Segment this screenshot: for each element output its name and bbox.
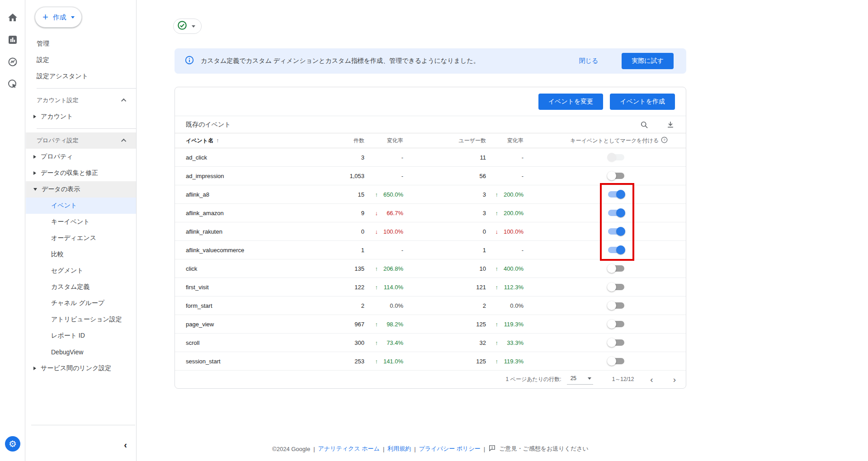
sidebar-item-account[interactable]: アカウント bbox=[26, 108, 136, 125]
event-name: form_start bbox=[186, 302, 337, 309]
sidebar-item-data-display[interactable]: データの表示 bbox=[26, 181, 136, 198]
app-rail: ⚙ bbox=[0, 0, 25, 461]
event-users: 0 bbox=[403, 228, 486, 235]
key-event-toggle[interactable] bbox=[608, 228, 624, 235]
plus-icon: + bbox=[42, 12, 48, 22]
search-icon[interactable] bbox=[640, 120, 649, 129]
event-name: scroll bbox=[186, 339, 337, 346]
chevron-collapsed-icon bbox=[33, 155, 36, 159]
table-title: 既存のイベント bbox=[186, 121, 231, 129]
event-users-change: - bbox=[486, 173, 524, 179]
sidebar-top-items: 管理設定設定アシスタント bbox=[26, 36, 136, 85]
sidebar-item-segments[interactable]: セグメント bbox=[26, 263, 136, 279]
sidebar-item-reporting-id[interactable]: レポート ID bbox=[26, 328, 136, 344]
column-users[interactable]: ユーザー数 bbox=[403, 137, 486, 145]
table-row: aflink_valuecommerce1-1- bbox=[175, 241, 686, 259]
explore-icon[interactable] bbox=[3, 51, 23, 73]
create-button[interactable]: + 作成 bbox=[35, 7, 82, 28]
column-event-name[interactable]: イベント名 ↑ bbox=[186, 137, 337, 145]
sidebar-item-property[interactable]: プロパティ bbox=[26, 149, 136, 165]
sidebar-item-comparisons[interactable]: 比較 bbox=[26, 246, 136, 263]
key-event-toggle[interactable] bbox=[608, 339, 624, 346]
column-count[interactable]: 件数 bbox=[337, 137, 364, 145]
reports-icon[interactable] bbox=[3, 28, 23, 51]
sidebar-item-setup-assistant[interactable]: 設定アシスタント bbox=[26, 68, 136, 85]
feedback-link[interactable]: ご意見・ご感想をお送りください bbox=[488, 444, 589, 453]
table-row: click135↑206.8%10↑400.0% bbox=[175, 259, 686, 278]
admin-gear-icon[interactable]: ⚙ bbox=[5, 436, 20, 452]
key-event-toggle[interactable] bbox=[608, 358, 624, 364]
sidebar-item-data-collection[interactable]: データの収集と修正 bbox=[26, 165, 136, 181]
events-card: イベントを変更 イベントを作成 既存のイベント イベント名 ↑ 件数 変化率 ユ… bbox=[175, 87, 686, 389]
key-event-toggle[interactable] bbox=[608, 173, 624, 179]
account-settings-header[interactable]: アカウント設定 bbox=[26, 92, 136, 108]
key-event-toggle[interactable] bbox=[608, 191, 624, 198]
rows-per-page-select[interactable]: 25 bbox=[567, 374, 593, 385]
event-users-change: ↑200.0% bbox=[486, 191, 524, 198]
collapse-sidebar-icon[interactable]: ‹ bbox=[124, 440, 127, 449]
advertising-icon[interactable] bbox=[3, 73, 23, 95]
key-event-toggle[interactable] bbox=[608, 284, 624, 290]
privacy-link[interactable]: プライバシー ポリシー bbox=[419, 445, 481, 453]
sidebar-item-label: サービス間のリンク設定 bbox=[41, 364, 111, 372]
key-event-toggle[interactable] bbox=[608, 247, 624, 253]
sidebar-item-label: アカウント bbox=[41, 113, 73, 121]
banner-dismiss-button[interactable]: 閉じる bbox=[579, 57, 599, 65]
divider bbox=[37, 128, 136, 129]
banner-cta-button[interactable]: 実際に試す bbox=[622, 53, 674, 69]
next-page-icon[interactable]: › bbox=[673, 375, 676, 384]
data-display-children: イベントキーイベントオーディエンス比較セグメントカスタム定義チャネル グループア… bbox=[26, 198, 136, 360]
modify-event-button[interactable]: イベントを変更 bbox=[538, 94, 604, 110]
key-event-toggle bbox=[608, 154, 624, 160]
column-users-change[interactable]: 変化率 bbox=[486, 137, 524, 145]
event-count: 1,053 bbox=[337, 173, 364, 179]
table-row: first_visit122↑114.0%121↑112.3% bbox=[175, 278, 686, 296]
property-settings-header[interactable]: プロパティ設定 bbox=[26, 132, 136, 149]
download-icon[interactable] bbox=[666, 120, 675, 129]
sort-ascending-icon: ↑ bbox=[216, 137, 219, 144]
events-toolbar: イベントを変更 イベントを作成 bbox=[175, 87, 686, 116]
home-icon[interactable] bbox=[3, 6, 23, 28]
chevron-collapsed-icon bbox=[33, 367, 36, 370]
trend-up-icon: ↑ bbox=[495, 210, 499, 216]
event-count: 15 bbox=[337, 191, 364, 198]
event-users: 125 bbox=[403, 321, 486, 328]
check-circle-icon bbox=[177, 20, 187, 32]
sidebar-item-events[interactable]: イベント bbox=[26, 198, 136, 214]
terms-link[interactable]: 利用規約 bbox=[387, 445, 411, 453]
event-count-change: 0.0% bbox=[364, 302, 403, 309]
sidebar-item-settings[interactable]: 設定 bbox=[26, 52, 136, 68]
event-users: 56 bbox=[403, 173, 486, 179]
copyright: ©2024 Google bbox=[272, 446, 310, 452]
column-count-change[interactable]: 変化率 bbox=[364, 137, 403, 145]
event-users-change: 0.0% bbox=[486, 302, 524, 309]
chevron-expanded-icon bbox=[33, 188, 37, 191]
sidebar-item-channel-groups[interactable]: チャネル グループ bbox=[26, 295, 136, 311]
event-count-change: ↑650.0% bbox=[364, 191, 403, 198]
trend-up-icon: ↑ bbox=[495, 265, 499, 272]
help-icon[interactable]: ? bbox=[661, 136, 668, 145]
key-event-toggle[interactable] bbox=[608, 210, 624, 216]
sidebar-item-product-links[interactable]: サービス間のリンク設定 bbox=[26, 360, 136, 376]
event-users-change: - bbox=[486, 247, 524, 254]
key-event-toggle[interactable] bbox=[608, 321, 624, 327]
event-count-change: ↓100.0% bbox=[364, 228, 403, 235]
key-event-toggle[interactable] bbox=[608, 265, 624, 272]
sidebar-item-debugview[interactable]: DebugView bbox=[26, 344, 136, 360]
sidebar-item-admin[interactable]: 管理 bbox=[26, 36, 136, 52]
event-name: page_view bbox=[186, 321, 337, 328]
property-status-chip[interactable] bbox=[173, 19, 202, 34]
event-users: 11 bbox=[403, 154, 486, 161]
event-count: 3 bbox=[337, 154, 364, 161]
key-event-toggle[interactable] bbox=[608, 302, 624, 309]
create-event-button[interactable]: イベントを作成 bbox=[610, 94, 675, 110]
rows-per-page-label: 1 ページあたりの行数: bbox=[506, 376, 561, 383]
analytics-home-link[interactable]: アナリティクス ホーム bbox=[318, 445, 380, 453]
divider bbox=[31, 425, 135, 425]
event-users: 121 bbox=[403, 284, 486, 291]
sidebar-item-attribution-settings[interactable]: アトリビューション設定 bbox=[26, 311, 136, 328]
sidebar-item-key-events[interactable]: キーイベント bbox=[26, 214, 136, 230]
sidebar-item-custom-definitions[interactable]: カスタム定義 bbox=[26, 279, 136, 295]
sidebar-item-audiences[interactable]: オーディエンス bbox=[26, 230, 136, 246]
previous-page-icon[interactable]: ‹ bbox=[650, 375, 653, 384]
